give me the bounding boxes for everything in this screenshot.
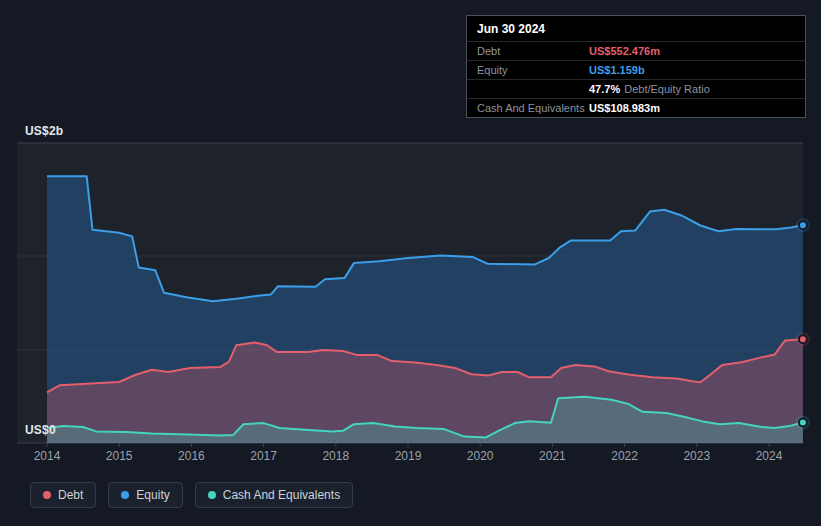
chart-panel: US$2b US$0 20142015201620172018201920202…: [0, 0, 821, 526]
x-axis-label: 2015: [97, 449, 141, 463]
y-axis-label-max: US$2b: [25, 124, 63, 138]
series-endpoint-dot: [799, 335, 807, 343]
legend-item-cash[interactable]: Cash And Equivalents: [195, 482, 353, 508]
tooltip-row-ratio: 47.7% Debt/Equity Ratio: [467, 80, 805, 99]
x-axis-label: 2021: [530, 449, 574, 463]
x-axis-label: 2014: [25, 449, 69, 463]
x-axis-ticks: [47, 443, 769, 447]
equity-series-dot-icon: [121, 491, 129, 499]
tooltip-cash-value: US$108.983m: [589, 102, 660, 114]
tooltip-equity-value: US$1.159b: [589, 64, 645, 76]
tooltip-row-debt: Debt US$552.476m: [467, 42, 805, 61]
debt-series-dot-icon: [43, 491, 51, 499]
series-endpoint-dot: [799, 419, 807, 427]
x-axis-label: 2018: [314, 449, 358, 463]
tooltip-row-cash: Cash And Equivalents US$108.983m: [467, 99, 805, 117]
chart-legend: Debt Equity Cash And Equivalents: [30, 482, 353, 508]
legend-item-equity[interactable]: Equity: [108, 482, 182, 508]
series-endpoint-dot: [799, 221, 807, 229]
legend-cash-label: Cash And Equivalents: [223, 488, 340, 502]
tooltip-cash-label: Cash And Equivalents: [477, 102, 589, 114]
tooltip-ratio-label: Debt/Equity Ratio: [624, 83, 710, 95]
x-axis-label: 2023: [675, 449, 719, 463]
tooltip-debt-label: Debt: [477, 45, 589, 57]
cash-series-dot-icon: [208, 491, 216, 499]
tooltip-row-equity: Equity US$1.159b: [467, 61, 805, 80]
legend-debt-label: Debt: [58, 488, 83, 502]
x-axis-label: 2017: [242, 449, 286, 463]
chart-tooltip: Jun 30 2024 Debt US$552.476m Equity US$1…: [466, 15, 806, 118]
legend-equity-label: Equity: [136, 488, 169, 502]
y-axis-label-zero: US$0: [25, 423, 56, 437]
tooltip-ratio-value: 47.7%: [589, 83, 620, 95]
tooltip-equity-label: Equity: [477, 64, 589, 76]
x-axis-label: 2016: [169, 449, 213, 463]
x-axis-label: 2019: [386, 449, 430, 463]
legend-item-debt[interactable]: Debt: [30, 482, 96, 508]
x-axis-label: 2020: [458, 449, 502, 463]
tooltip-date: Jun 30 2024: [467, 16, 805, 42]
x-axis-label: 2024: [747, 449, 791, 463]
tooltip-debt-value: US$552.476m: [589, 45, 660, 57]
x-axis-label: 2022: [603, 449, 647, 463]
